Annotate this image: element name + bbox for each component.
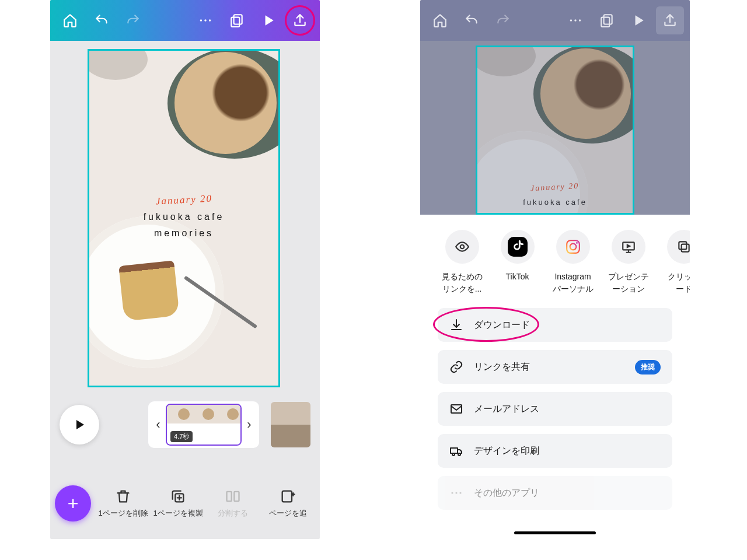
next-clip-thumbnail[interactable]: [271, 402, 310, 447]
svg-rect-15: [567, 240, 580, 253]
home-button[interactable]: [56, 6, 84, 34]
add-page-fab[interactable]: +: [55, 485, 91, 522]
svg-rect-12: [604, 15, 612, 24]
more-button[interactable]: [561, 6, 589, 34]
svg-point-9: [570, 19, 572, 21]
design-canvas-preview: January 20 fukuoka cafe: [476, 46, 634, 215]
export-button-active[interactable]: [656, 6, 684, 34]
svg-rect-3: [234, 15, 242, 24]
svg-point-1: [204, 19, 206, 21]
svg-point-17: [576, 242, 578, 244]
svg-point-26: [455, 492, 457, 494]
clipboard-icon: [667, 230, 690, 264]
svg-point-14: [460, 245, 464, 249]
duplicate-page-button[interactable]: 1ページを複製: [152, 488, 204, 519]
svg-point-24: [458, 453, 460, 456]
option-share-link[interactable]: リンクを共有 推奨: [438, 350, 672, 384]
canvas-line2[interactable]: memories: [89, 228, 278, 239]
top-toolbar-dimmed: [420, 0, 690, 41]
svg-rect-20: [679, 242, 686, 249]
more-icon: [449, 486, 463, 500]
option-other-apps[interactable]: その他のアプリ: [438, 476, 672, 510]
svg-rect-21: [451, 405, 462, 413]
svg-point-11: [579, 19, 581, 21]
design-canvas[interactable]: January 20 fukuoka cafe memories: [88, 49, 280, 387]
tiktok-icon: [501, 230, 535, 264]
svg-rect-19: [681, 244, 689, 252]
canvas-date-text[interactable]: January 20: [155, 192, 212, 207]
svg-point-27: [459, 492, 461, 494]
svg-point-16: [570, 244, 576, 250]
pages-button[interactable]: [593, 6, 621, 34]
svg-point-25: [451, 492, 453, 494]
presentation-icon: [612, 230, 645, 264]
highlight-oval-icon: [433, 307, 539, 342]
svg-rect-4: [231, 18, 239, 27]
export-button[interactable]: [286, 6, 314, 34]
bottom-action-bar: + 1ページを削除 1ページを複製 分割する ページを追: [50, 475, 320, 539]
play-button[interactable]: [624, 6, 652, 34]
truck-icon: [449, 444, 463, 458]
svg-rect-6: [227, 492, 232, 501]
share-instagram[interactable]: Instagramパーソナル: [545, 230, 601, 295]
more-button[interactable]: [191, 6, 219, 34]
share-targets-row[interactable]: 見るためのリンクを... TikTok Instagramパーソナル プレゼンテ…: [420, 230, 690, 295]
chevron-left-icon[interactable]: ‹: [151, 417, 166, 432]
clip-thumbnails[interactable]: 4.7秒: [166, 404, 242, 446]
share-tiktok[interactable]: TikTok: [490, 230, 545, 295]
top-toolbar: [50, 0, 320, 41]
share-viewlink[interactable]: 見るためのリンクを...: [434, 230, 490, 295]
recommended-badge: 推奨: [635, 360, 661, 374]
undo-button[interactable]: [458, 6, 486, 34]
undo-button[interactable]: [88, 6, 116, 34]
canvas-line1[interactable]: fukuoka cafe: [89, 212, 278, 222]
duration-badge: 4.7秒: [170, 431, 193, 442]
svg-rect-22: [451, 448, 458, 453]
chevron-right-icon[interactable]: ›: [242, 417, 257, 432]
share-clipboard[interactable]: クリップード: [656, 230, 690, 295]
mail-icon: [449, 402, 463, 416]
link-icon: [449, 360, 463, 374]
svg-rect-13: [601, 18, 609, 27]
option-download[interactable]: ダウンロード: [438, 308, 672, 342]
editor-screen: January 20 fukuoka cafe memories ‹ 4.7秒 …: [50, 0, 320, 539]
redo-button[interactable]: [119, 6, 147, 34]
home-indicator[interactable]: [514, 531, 596, 534]
svg-rect-7: [234, 492, 239, 501]
pages-button[interactable]: [223, 6, 251, 34]
add-page-button[interactable]: ページを追: [261, 488, 314, 519]
share-sheet: 見るためのリンクを... TikTok Instagramパーソナル プレゼンテ…: [420, 215, 690, 539]
highlight-ring-icon: [285, 5, 315, 36]
instagram-icon: [556, 230, 590, 264]
timeline-play-button[interactable]: [60, 405, 99, 444]
eye-icon: [445, 230, 479, 264]
option-print[interactable]: デザインを印刷: [438, 434, 672, 468]
timeline-strip[interactable]: ‹ 4.7秒 ›: [148, 401, 259, 448]
share-screen: January 20 fukuoka cafe 見るためのリンクを... Tik…: [420, 0, 690, 539]
svg-rect-8: [282, 491, 292, 502]
redo-button[interactable]: [489, 6, 517, 34]
svg-point-2: [209, 19, 211, 21]
share-presentation[interactable]: プレゼンテーション: [601, 230, 656, 295]
home-button[interactable]: [426, 6, 454, 34]
play-button[interactable]: [254, 6, 282, 34]
delete-page-button[interactable]: 1ページを削除: [97, 488, 149, 519]
timeline: ‹ 4.7秒 ›: [50, 387, 320, 448]
split-button: 分割する: [207, 488, 259, 519]
option-email[interactable]: メールアドレス: [438, 392, 672, 426]
svg-point-23: [452, 453, 455, 456]
svg-point-0: [200, 19, 202, 21]
svg-point-10: [574, 19, 576, 21]
